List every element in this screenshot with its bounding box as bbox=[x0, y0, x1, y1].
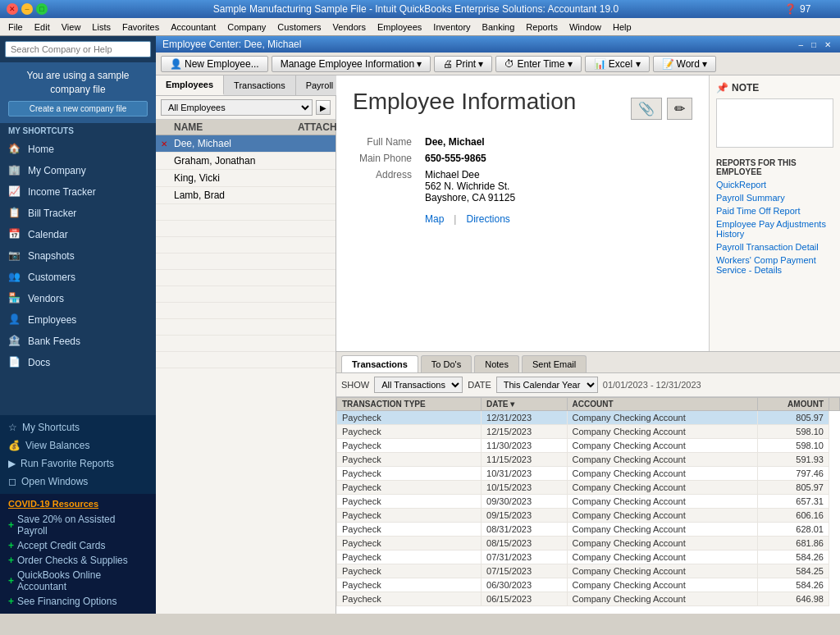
plus-icon-financing: + bbox=[8, 596, 14, 607]
enter-time-button[interactable]: ⏱ Enter Time ▾ bbox=[495, 56, 581, 72]
covid-link-financing[interactable]: + See Financing Options bbox=[8, 594, 148, 609]
manage-employee-button[interactable]: Manage Employee Information ▾ bbox=[272, 56, 431, 72]
edit-pencil-button[interactable]: ✏ bbox=[667, 98, 692, 120]
report-paid-time-off[interactable]: Paid Time Off Report bbox=[716, 206, 833, 216]
new-employee-button[interactable]: 👤 New Employee... bbox=[161, 56, 268, 72]
menu-reports[interactable]: Reports bbox=[521, 21, 563, 34]
report-workers-comp[interactable]: Workers' Comp Payment Service - Details bbox=[716, 255, 833, 275]
reports-title: REPORTS FOR THIS EMPLOYEE bbox=[716, 158, 833, 176]
create-company-button[interactable]: Create a new company file bbox=[8, 101, 148, 116]
transaction-row[interactable]: Paycheck 11/30/2023 Company Checking Acc… bbox=[337, 439, 840, 453]
menu-file[interactable]: File bbox=[3, 21, 28, 34]
menu-favorites[interactable]: Favorites bbox=[117, 21, 164, 34]
sidebar-my-shortcuts[interactable]: ☆ My Shortcuts bbox=[0, 418, 156, 436]
menu-help[interactable]: Help bbox=[608, 21, 637, 34]
menu-banking[interactable]: Banking bbox=[477, 21, 520, 34]
minimize-btn[interactable]: – bbox=[21, 3, 33, 15]
covid-link-qbo[interactable]: + QuickBooks Online Accountant bbox=[8, 568, 148, 594]
sidebar-item-bill-tracker[interactable]: 📋 Bill Tracker bbox=[0, 203, 156, 224]
employee-row-lamb[interactable]: Lamb, Brad bbox=[156, 187, 336, 204]
report-payroll-txn[interactable]: Payroll Transaction Detail bbox=[716, 242, 833, 252]
menu-vendors[interactable]: Vendors bbox=[328, 21, 371, 34]
transaction-row[interactable]: Paycheck 11/15/2023 Company Checking Acc… bbox=[337, 453, 840, 467]
transaction-row[interactable]: Paycheck 10/31/2023 Company Checking Acc… bbox=[337, 467, 840, 481]
menu-company[interactable]: Company bbox=[222, 21, 271, 34]
notes-textarea[interactable] bbox=[716, 98, 833, 148]
maximize-btn[interactable]: □ bbox=[36, 3, 48, 15]
covid-link-payroll[interactable]: + Save 20% on Assisted Payroll bbox=[8, 512, 148, 538]
col-txn-type[interactable]: TRANSACTION TYPE bbox=[337, 398, 482, 411]
ec-close-btn[interactable]: ✕ bbox=[822, 40, 833, 49]
employee-row-graham[interactable]: Graham, Jonathan bbox=[156, 153, 336, 170]
sidebar-item-customers[interactable]: 👥 Customers bbox=[0, 267, 156, 288]
menu-accountant[interactable]: Accountant bbox=[166, 21, 221, 34]
sidebar-item-vendors[interactable]: 🏪 Vendors bbox=[0, 288, 156, 309]
sidebar-view-balances[interactable]: 💰 View Balances bbox=[0, 436, 156, 455]
tab-employees[interactable]: Employees bbox=[156, 75, 224, 95]
sidebar-item-calendar[interactable]: 📅 Calendar bbox=[0, 224, 156, 245]
employee-row-dee[interactable]: ✕ Dee, Michael bbox=[156, 135, 336, 153]
transaction-row[interactable]: Paycheck 10/15/2023 Company Checking Acc… bbox=[337, 481, 840, 495]
sidebar-item-employees[interactable]: 👤 Employees bbox=[0, 309, 156, 331]
excel-button[interactable]: 📊 Excel ▾ bbox=[585, 56, 650, 72]
col-amount[interactable]: AMOUNT bbox=[757, 398, 829, 411]
txn-type-cell: Paycheck bbox=[337, 578, 482, 592]
employee-filter-select[interactable]: All Employees bbox=[161, 99, 313, 116]
col-account[interactable]: ACCOUNT bbox=[567, 398, 757, 411]
menu-lists[interactable]: Lists bbox=[87, 21, 116, 34]
covid-link-checks[interactable]: + Order Checks & Supplies bbox=[8, 553, 148, 568]
ec-body: Employees Transactions Payroll All Emplo… bbox=[156, 75, 840, 614]
transaction-row[interactable]: Paycheck 09/30/2023 Company Checking Acc… bbox=[337, 495, 840, 509]
col-date[interactable]: DATE ▾ bbox=[482, 398, 567, 411]
menu-view[interactable]: View bbox=[57, 21, 86, 34]
txn-tab-todos[interactable]: To Do's bbox=[421, 355, 472, 372]
sidebar-open-windows[interactable]: ◻ Open Windows bbox=[0, 473, 156, 491]
transaction-row[interactable]: Paycheck 07/31/2023 Company Checking Acc… bbox=[337, 550, 840, 564]
sidebar-run-reports[interactable]: ▶ Run Favorite Reports bbox=[0, 455, 156, 473]
search-input[interactable] bbox=[5, 41, 151, 57]
menu-edit[interactable]: Edit bbox=[30, 21, 55, 34]
txn-tab-sent-email[interactable]: Sent Email bbox=[522, 355, 587, 372]
sidebar-item-bank-feeds[interactable]: 🏦 Bank Feeds bbox=[0, 331, 156, 352]
transaction-row[interactable]: Paycheck 07/15/2023 Company Checking Acc… bbox=[337, 564, 840, 578]
transaction-row[interactable]: Paycheck 12/15/2023 Company Checking Acc… bbox=[337, 425, 840, 439]
report-pay-adjustments[interactable]: Employee Pay Adjustments History bbox=[716, 219, 833, 239]
employee-row-king[interactable]: King, Vicki bbox=[156, 170, 336, 187]
transaction-row[interactable]: Paycheck 12/31/2023 Company Checking Acc… bbox=[337, 411, 840, 425]
row-x-dee: ✕ bbox=[161, 139, 174, 148]
attach-paperclip-button[interactable]: 📎 bbox=[631, 98, 662, 120]
close-btn[interactable]: ✕ bbox=[7, 3, 18, 15]
view-balances-icon: 💰 bbox=[8, 440, 21, 451]
date-select[interactable]: This Calendar Year bbox=[496, 377, 598, 393]
transaction-row[interactable]: Paycheck 06/15/2023 Company Checking Acc… bbox=[337, 592, 840, 606]
txn-tab-transactions[interactable]: Transactions bbox=[341, 355, 418, 372]
show-select[interactable]: All Transactions bbox=[374, 377, 463, 393]
sidebar-item-snapshots[interactable]: 📷 Snapshots bbox=[0, 245, 156, 267]
menu-inventory[interactable]: Inventory bbox=[428, 21, 475, 34]
transaction-row[interactable]: Paycheck 08/31/2023 Company Checking Acc… bbox=[337, 523, 840, 537]
employee-list-next-button[interactable]: ▶ bbox=[316, 100, 331, 115]
txn-tab-notes[interactable]: Notes bbox=[474, 355, 519, 372]
word-button[interactable]: 📝 Word ▾ bbox=[653, 56, 717, 72]
sidebar-item-my-company[interactable]: 🏢 My Company bbox=[0, 160, 156, 181]
tab-transactions[interactable]: Transactions bbox=[224, 75, 296, 95]
sidebar-item-docs[interactable]: 📄 Docs bbox=[0, 352, 156, 373]
print-button[interactable]: 🖨 Print ▾ bbox=[434, 56, 492, 72]
transaction-row[interactable]: Paycheck 06/30/2023 Company Checking Acc… bbox=[337, 578, 840, 592]
report-quickreport[interactable]: QuickReport bbox=[716, 180, 833, 190]
report-payroll-summary[interactable]: Payroll Summary bbox=[716, 193, 833, 203]
covid-title[interactable]: COVID-19 Resources bbox=[8, 499, 148, 509]
ec-minimize-btn[interactable]: – bbox=[796, 40, 806, 49]
menu-window[interactable]: Window bbox=[564, 21, 606, 34]
map-link[interactable]: Map bbox=[425, 213, 444, 225]
sidebar-item-home[interactable]: 🏠 Home bbox=[0, 139, 156, 160]
sidebar-item-income-tracker[interactable]: 📈 Income Tracker bbox=[0, 181, 156, 203]
ec-maximize-btn[interactable]: □ bbox=[809, 40, 819, 49]
transaction-row[interactable]: Paycheck 09/15/2023 Company Checking Acc… bbox=[337, 509, 840, 523]
directions-link[interactable]: Directions bbox=[466, 213, 509, 225]
transaction-row[interactable]: Paycheck 08/15/2023 Company Checking Acc… bbox=[337, 537, 840, 550]
menu-customers[interactable]: Customers bbox=[272, 21, 326, 34]
menu-employees[interactable]: Employees bbox=[372, 21, 427, 34]
txn-account-cell: Company Checking Account bbox=[567, 453, 757, 467]
covid-link-credit[interactable]: + Accept Credit Cards bbox=[8, 538, 148, 553]
